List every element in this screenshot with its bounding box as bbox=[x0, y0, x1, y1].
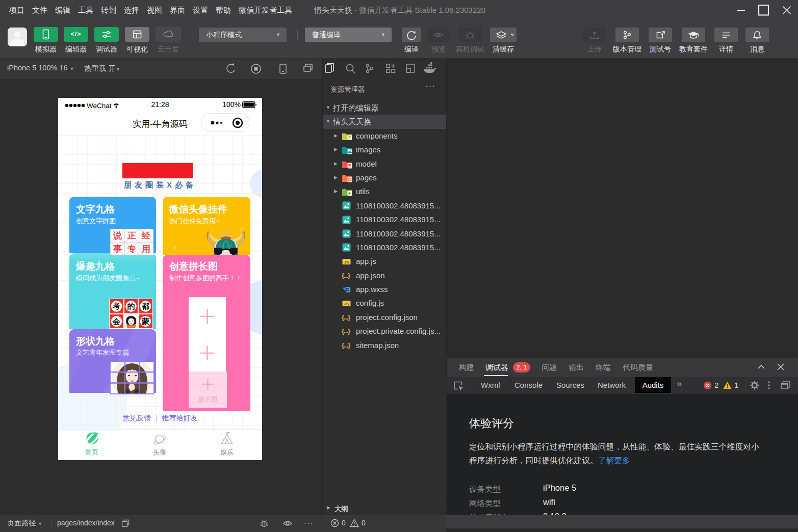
svg-text:JS: JS bbox=[344, 301, 349, 306]
svg-text:年轻气盛: 年轻气盛 bbox=[126, 325, 135, 328]
svg-text:JS: JS bbox=[344, 259, 349, 264]
svg-text:WeChat: WeChat bbox=[87, 102, 112, 110]
